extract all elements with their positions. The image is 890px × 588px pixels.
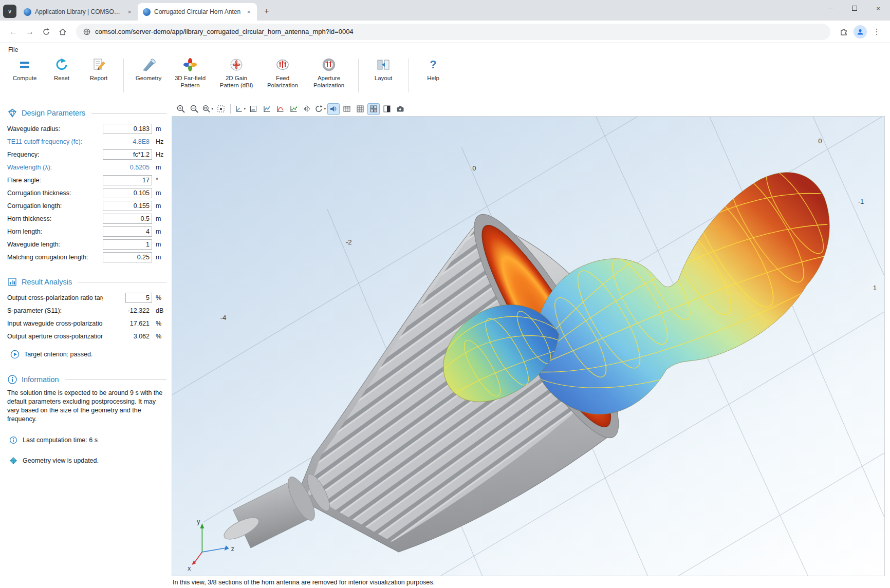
axis-label: 0	[818, 137, 822, 145]
toolbar-separator	[230, 104, 231, 113]
forward-icon[interactable]: →	[22, 24, 38, 40]
toolbar-separator	[123, 59, 124, 92]
site-info-icon[interactable]	[83, 28, 90, 35]
home-icon[interactable]	[54, 24, 71, 40]
browser-menu-icon[interactable]: ⋮	[868, 24, 885, 40]
output-cross-pol-value: 3.062	[103, 333, 152, 340]
svg-text:x: x	[188, 565, 191, 572]
back-icon[interactable]: ←	[5, 24, 22, 40]
mirror-view-icon[interactable]	[301, 103, 313, 115]
line-plot-icon[interactable]	[261, 103, 273, 115]
parameter-row: Flare angle: °	[7, 174, 166, 186]
parameter-row: Horn thickness: m	[7, 212, 166, 225]
compute-icon	[16, 56, 33, 73]
minimize-button[interactable]: –	[819, 0, 843, 16]
extensions-icon[interactable]	[836, 24, 852, 40]
svg-text:y: y	[197, 518, 200, 525]
graphics-canvas[interactable]: 0 -2 -4 0 -1 1	[172, 116, 885, 576]
table-view-icon[interactable]	[341, 103, 353, 115]
layout-button[interactable]: Layout	[365, 56, 402, 82]
grid-view-icon[interactable]	[354, 103, 366, 115]
toolbar-separator	[358, 59, 359, 92]
section-title: Design Parameters	[22, 109, 85, 117]
coordinate-triad: y z x	[188, 518, 234, 572]
axis-label: 0	[472, 164, 476, 172]
far-field-pattern-icon	[181, 56, 199, 73]
horn-thickness-input[interactable]	[103, 214, 152, 224]
information-header: Information	[7, 374, 166, 385]
browser-url-row: ← → comsol.com/server-demo/app/library_c…	[0, 21, 890, 43]
waveguide-length-input[interactable]	[103, 239, 152, 250]
corrugation-length-input[interactable]	[103, 201, 152, 211]
info-icon	[7, 374, 17, 385]
compute-button[interactable]: Compute	[6, 56, 43, 82]
report-button[interactable]: Report	[80, 56, 117, 82]
tab-title: Corrugated Circular Horn Anten	[154, 8, 241, 15]
point-plot-icon[interactable]	[287, 103, 300, 115]
zoom-extents-icon[interactable]	[215, 103, 227, 115]
file-menu[interactable]: File	[0, 43, 890, 54]
parameters-sidebar: Design Parameters Waveguide radius: m TE…	[0, 102, 172, 588]
tab-close-icon[interactable]: ×	[245, 8, 253, 16]
zoom-in-icon[interactable]	[175, 103, 187, 115]
reset-button[interactable]: Reset	[43, 56, 80, 82]
geometry-button[interactable]: Geometry	[130, 56, 167, 82]
profile-avatar[interactable]	[852, 24, 868, 40]
axis-label: -4	[220, 314, 227, 321]
geometry-icon	[140, 56, 157, 73]
waveguide-radius-input[interactable]	[103, 124, 152, 134]
rotate-view-icon[interactable]: ▾	[314, 103, 326, 115]
play-icon	[10, 350, 20, 359]
horn-length-input[interactable]	[103, 226, 152, 237]
comsol-favicon	[143, 8, 151, 16]
zoom-out-icon[interactable]	[188, 103, 200, 115]
design-parameters-header: Design Parameters	[7, 108, 166, 118]
far-field-pattern-button[interactable]: 3D Far-field Pattern	[167, 56, 213, 89]
parameter-row: Wavelength (λ): 0.5205 m	[7, 161, 166, 174]
feed-polarization-button[interactable]: Feed Polarization	[259, 56, 306, 89]
tab-search-icon[interactable]: ∨	[3, 5, 16, 18]
frequency-input[interactable]	[103, 149, 152, 160]
gain-pattern-button[interactable]: 2D Gain Pattern (dBi)	[213, 56, 259, 89]
axis-label: 1	[873, 284, 877, 292]
section-title: Information	[22, 375, 59, 384]
close-button[interactable]: ×	[866, 0, 890, 16]
graph-plot-icon[interactable]	[274, 103, 286, 115]
contrast-icon[interactable]	[381, 103, 393, 115]
report-icon	[90, 56, 107, 73]
snapshot-icon[interactable]	[394, 103, 406, 115]
aperture-polarization-button[interactable]: Aperture Polarization	[306, 56, 352, 89]
tab-application-library[interactable]: Application Library | COMSOL S ×	[18, 3, 138, 21]
view-caption: In this view, 3/8 sections of the horn a…	[172, 576, 885, 588]
parameter-row: Corrugation length: m	[7, 199, 166, 212]
sound-icon[interactable]	[327, 103, 340, 115]
graphics-panel: ▾ ▾ xy ▾	[172, 102, 885, 588]
section-title: Result Analysis	[22, 278, 72, 286]
wavelength-value: 0.5205	[103, 164, 152, 171]
matching-corrugation-length-input[interactable]	[103, 252, 152, 262]
parameter-row: Waveguide radius: m	[7, 122, 166, 135]
reset-icon	[53, 56, 70, 73]
target-criterion-status: Target criterion: passed.	[7, 350, 166, 359]
flare-angle-input[interactable]	[103, 175, 152, 185]
plot-grid-icon[interactable]	[367, 103, 380, 115]
result-chart-icon	[7, 277, 17, 287]
cross-polarization-target-input[interactable]	[125, 293, 152, 303]
graphics-toolbar: ▾ ▾ xy ▾	[172, 102, 885, 116]
tab-close-icon[interactable]: ×	[125, 8, 134, 16]
help-button[interactable]: ? Help	[415, 56, 452, 82]
url-text: comsol.com/server-demo/app/library_corru…	[95, 28, 354, 35]
corrugation-thickness-input[interactable]	[103, 188, 152, 198]
info-icon	[9, 436, 17, 444]
maximize-button[interactable]	[843, 0, 866, 16]
new-tab-button[interactable]: +	[260, 5, 273, 18]
default-view-icon[interactable]: ▾	[234, 103, 246, 115]
result-row: Input waveguide cross-polarization ratio…	[7, 317, 166, 330]
zoom-selection-icon[interactable]: ▾	[201, 103, 214, 115]
tab-corrugated-horn[interactable]: Corrugated Circular Horn Anten ×	[138, 3, 257, 21]
address-bar[interactable]: comsol.com/server-demo/app/library_corru…	[76, 24, 830, 40]
result-row: Output cross-polarization ratio target: …	[7, 291, 166, 304]
view-along-axis-icon[interactable]: xy	[247, 103, 259, 115]
reload-icon[interactable]	[38, 24, 54, 40]
gain-pattern-icon	[228, 56, 245, 73]
